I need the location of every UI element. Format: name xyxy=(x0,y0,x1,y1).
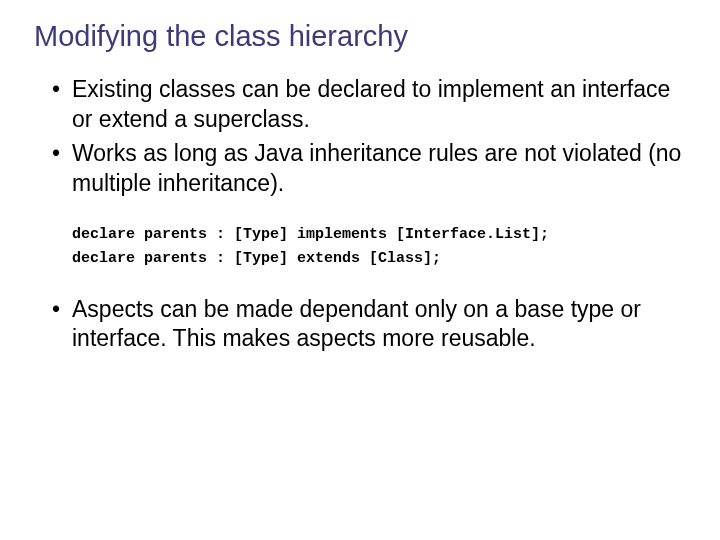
bullet-item: Works as long as Java inheritance rules … xyxy=(52,139,690,199)
bullet-item: Existing classes can be declared to impl… xyxy=(52,75,690,135)
bullet-list-bottom: Aspects can be made dependant only on a … xyxy=(30,295,690,355)
code-block: declare parents : [Type] implements [Int… xyxy=(72,223,690,271)
bullet-item: Aspects can be made dependant only on a … xyxy=(52,295,690,355)
slide-title: Modifying the class hierarchy xyxy=(34,20,690,53)
code-line: declare parents : [Type] implements [Int… xyxy=(72,226,549,243)
code-line: declare parents : [Type] extends [Class]… xyxy=(72,250,441,267)
bullet-list-top: Existing classes can be declared to impl… xyxy=(30,75,690,199)
